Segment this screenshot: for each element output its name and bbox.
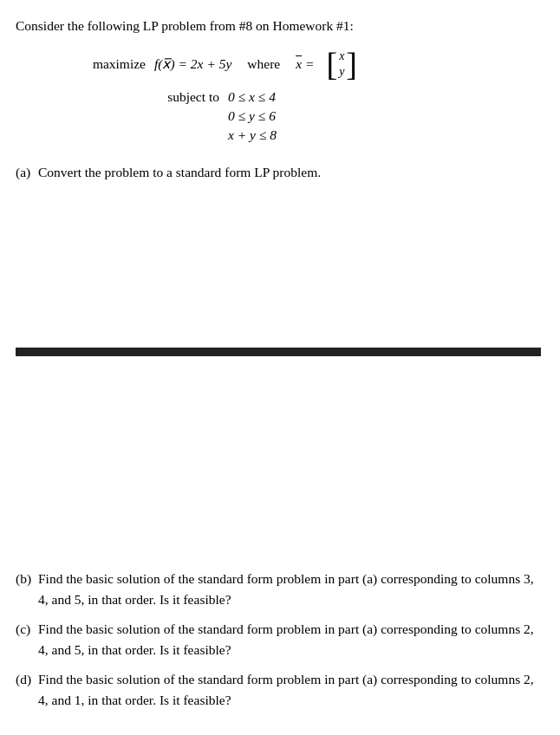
constraint-line-1: 0 ≤ y ≤ 6 xyxy=(228,108,541,124)
part-b-label: (b) xyxy=(16,569,38,589)
spacer-top xyxy=(16,192,541,348)
part-b-item: (b) Find the basic solution of the stand… xyxy=(16,569,541,610)
constraints-block: subject to 0 ≤ x ≤ 4 0 ≤ y ≤ 6 x + y ≤ 8 xyxy=(146,89,541,143)
part-b-content: Find the basic solution of the standard … xyxy=(38,569,541,610)
part-c-item: (c) Find the basic solution of the stand… xyxy=(16,619,541,660)
maximize-label: maximize xyxy=(68,56,146,72)
divider-bar xyxy=(16,348,541,356)
subject-to-row: subject to 0 ≤ x ≤ 4 xyxy=(146,89,541,105)
maximize-row: maximize f(x̅) = 2x + 5y where x = [ x y… xyxy=(68,48,541,81)
where-label: where xyxy=(247,56,280,72)
part-a-label: (a) xyxy=(16,162,38,183)
constraint-2: x + y ≤ 8 xyxy=(228,127,277,143)
top-section: Consider the following LP problem from #… xyxy=(16,16,541,348)
vector-equals: x = xyxy=(296,56,314,72)
constraint-line-2: x + y ≤ 8 xyxy=(228,127,541,143)
matrix-entry-x: x xyxy=(339,49,344,64)
part-a-section: (a) Convert the problem to a standard fo… xyxy=(16,162,541,183)
subject-to-label: subject to xyxy=(146,89,219,105)
page: Consider the following LP problem from #… xyxy=(0,0,560,735)
matrix-bracket: [ x y ] xyxy=(326,48,357,81)
matrix-entry-y: y xyxy=(339,65,344,80)
bottom-section: (b) Find the basic solution of the stand… xyxy=(16,569,541,719)
matrix-content: x y xyxy=(339,49,344,80)
part-d-label: (d) xyxy=(16,669,38,690)
part-a-item: (a) Convert the problem to a standard fo… xyxy=(16,162,541,183)
part-c-content: Find the basic solution of the standard … xyxy=(38,619,541,660)
intro-text: Consider the following LP problem from #… xyxy=(16,16,541,36)
maximize-block: maximize f(x̅) = 2x + 5y where x = [ x y… xyxy=(68,48,541,81)
spacer-middle xyxy=(16,356,541,569)
part-d-item: (d) Find the basic solution of the stand… xyxy=(16,669,541,711)
bracket-right: ] xyxy=(346,48,357,81)
part-a-content: Convert the problem to a standard form L… xyxy=(38,162,541,183)
bracket-left: [ xyxy=(326,48,337,81)
part-c-label: (c) xyxy=(16,619,38,640)
part-d-content: Find the basic solution of the standard … xyxy=(38,669,541,711)
maximize-expression: f(x̅) = 2x + 5y xyxy=(154,56,231,72)
constraint-0: 0 ≤ x ≤ 4 xyxy=(228,89,276,105)
constraint-1: 0 ≤ y ≤ 6 xyxy=(228,108,276,124)
